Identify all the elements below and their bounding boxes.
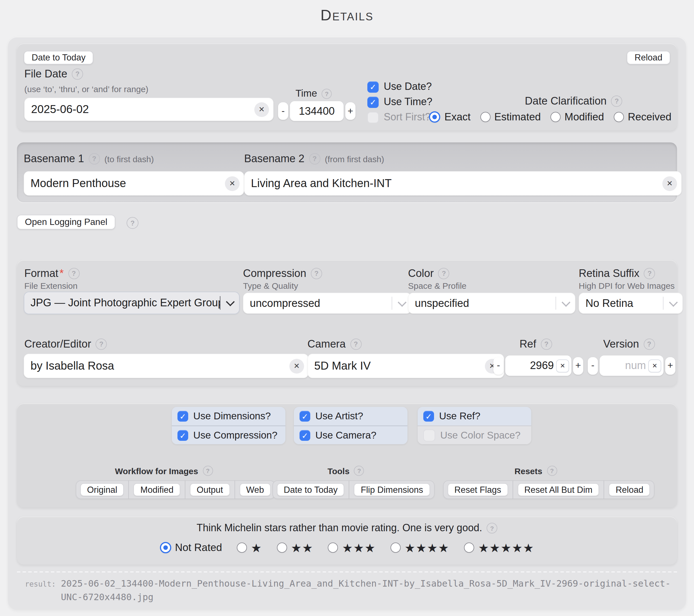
workflow-modified-button[interactable]: Modified	[134, 483, 180, 496]
time-input[interactable]	[292, 105, 341, 117]
required-asterisk: *	[59, 267, 63, 280]
version-field: ✕	[600, 356, 663, 376]
color-select[interactable]: unspecified	[408, 293, 575, 314]
tools-flip-dimensions-button[interactable]: Flip Dimensions	[354, 483, 430, 496]
clear-creator-button[interactable]: ✕	[289, 359, 304, 373]
help-icon[interactable]: ?	[203, 466, 213, 476]
open-logging-panel-button[interactable]: Open Logging Panel	[17, 215, 115, 230]
help-icon[interactable]: ?	[88, 153, 100, 164]
help-icon[interactable]: ?	[354, 466, 364, 476]
use-camera-checkbox[interactable]: ✓ Use Camera?	[294, 425, 407, 444]
camera-label: Camera	[307, 338, 346, 350]
result-filename: 2025-06-02_134400-Modern_Penthouse-Livin…	[61, 577, 677, 604]
rating-5-star-radio[interactable]: ★★★★★	[464, 542, 534, 554]
workflow-output-button[interactable]: Output	[190, 483, 230, 496]
help-icon[interactable]: ?	[72, 68, 83, 80]
camera-input[interactable]	[314, 359, 481, 373]
radio-icon	[480, 112, 490, 122]
radio-icon	[277, 543, 287, 553]
clear-file-date-button[interactable]: ✕	[254, 102, 269, 117]
checkbox-unchecked-icon	[423, 430, 435, 441]
rating-2-star-radio[interactable]: ★★	[277, 542, 313, 554]
clear-basename1-button[interactable]: ✕	[225, 176, 240, 191]
date-to-today-button[interactable]: Date to Today	[24, 51, 93, 65]
help-icon[interactable]: ?	[547, 466, 557, 476]
format-label: Format	[24, 267, 58, 280]
reload-button[interactable]: Reload	[627, 51, 670, 65]
basename2-label: Basename 2	[244, 152, 304, 165]
clear-version-button[interactable]: ✕	[648, 359, 661, 372]
help-icon[interactable]: ?	[322, 88, 332, 98]
clear-ref-button[interactable]: ✕	[556, 359, 569, 372]
workflow-web-button[interactable]: Web	[239, 483, 271, 496]
checkbox-checked-icon: ✓	[423, 411, 434, 422]
basename2-input[interactable]	[251, 177, 659, 190]
help-icon[interactable]: ?	[68, 268, 79, 279]
help-icon[interactable]: ?	[311, 268, 322, 279]
resets-button-group: Reset Flags Reset All But Dim Reload	[443, 481, 655, 499]
clarification-exact-radio[interactable]: Exact	[429, 111, 471, 123]
creator-field: ✕	[24, 354, 309, 378]
version-input[interactable]	[602, 359, 646, 372]
resets-reload-button[interactable]: Reload	[609, 483, 650, 496]
rating-4-star-radio[interactable]: ★★★★	[390, 542, 450, 554]
clarification-modified-radio[interactable]: Modified	[550, 111, 604, 123]
checkbox-checked-icon: ✓	[178, 430, 188, 441]
basename-panel: Basename 1 ? (to first dash) Basename 2 …	[17, 142, 677, 202]
help-icon[interactable]: ?	[611, 95, 622, 107]
time-increment-button[interactable]: +	[345, 102, 355, 120]
file-date-input[interactable]	[31, 103, 251, 116]
help-icon[interactable]: ?	[541, 339, 552, 350]
reset-all-but-dim-button[interactable]: Reset All But Dim	[517, 483, 599, 496]
use-time-checkbox[interactable]: ✓ Use Time?	[367, 96, 432, 108]
file-date-hint: (use ‘to’, ‘thru’, or ‘and’ for range)	[24, 84, 148, 94]
basename2-field: ✕	[244, 171, 681, 196]
checkbox-checked-icon: ✓	[299, 430, 310, 441]
time-decrement-button[interactable]: -	[278, 102, 288, 120]
ref-colorspace-card: ✓ Use Ref? Use Color Space?	[418, 407, 531, 444]
compression-label: Compression	[243, 267, 306, 280]
details-page: Details Date to Today Reload File Date ?…	[0, 0, 694, 616]
version-decrement-button[interactable]: -	[588, 357, 598, 375]
version-stepper: - ✕ +	[588, 356, 675, 376]
rating-3-star-radio[interactable]: ★★★	[328, 542, 376, 554]
format-select[interactable]: JPG — Joint Photographic Expert Group	[24, 292, 240, 314]
reset-flags-button[interactable]: Reset Flags	[448, 483, 508, 496]
workflow-original-button[interactable]: Original	[80, 483, 124, 496]
ref-input[interactable]	[508, 359, 554, 372]
use-dimensions-checkbox[interactable]: ✓ Use Dimensions?	[172, 407, 286, 425]
use-compression-checkbox[interactable]: ✓ Use Compression?	[172, 425, 286, 444]
clarification-received-radio[interactable]: Received	[614, 111, 671, 123]
basename1-input[interactable]	[31, 177, 221, 190]
help-icon[interactable]: ?	[644, 268, 655, 279]
creator-input[interactable]	[31, 359, 286, 373]
ref-label: Ref	[519, 338, 536, 350]
ref-increment-button[interactable]: +	[573, 357, 583, 375]
rating-1-star-radio[interactable]: ★	[237, 542, 262, 554]
camera-field: ✕	[307, 354, 504, 378]
ref-decrement-button[interactable]: -	[493, 357, 504, 375]
use-artist-checkbox[interactable]: ✓ Use Artist?	[294, 407, 407, 425]
help-icon[interactable]: ?	[309, 153, 320, 164]
retina-sublabel: High DPI for Web Images	[579, 281, 675, 290]
help-icon[interactable]: ?	[127, 217, 139, 229]
help-icon[interactable]: ?	[96, 339, 107, 350]
resets-label: Resets	[515, 466, 542, 475]
tools-date-to-today-button[interactable]: Date to Today	[277, 483, 345, 496]
rating-not-rated-radio[interactable]: Not Rated	[160, 541, 222, 554]
retina-select[interactable]: No Retina	[579, 293, 683, 314]
help-icon[interactable]: ?	[643, 339, 655, 350]
help-icon[interactable]: ?	[438, 268, 450, 279]
use-date-checkbox[interactable]: ✓ Use Date?	[367, 81, 432, 93]
use-ref-checkbox[interactable]: ✓ Use Ref?	[418, 407, 531, 425]
workflow-label-row: Workflow for Images ?	[76, 466, 252, 476]
use-color-space-checkbox: Use Color Space?	[418, 425, 531, 444]
clear-basename2-button[interactable]: ✕	[662, 176, 677, 191]
help-icon[interactable]: ?	[487, 523, 497, 533]
compression-select[interactable]: uncompressed	[243, 293, 412, 314]
clarification-estimated-radio[interactable]: Estimated	[480, 111, 541, 123]
basename1-label: Basename 1	[24, 152, 84, 165]
checkbox-checked-icon: ✓	[367, 96, 379, 108]
version-increment-button[interactable]: +	[665, 357, 675, 375]
help-icon[interactable]: ?	[350, 339, 361, 350]
